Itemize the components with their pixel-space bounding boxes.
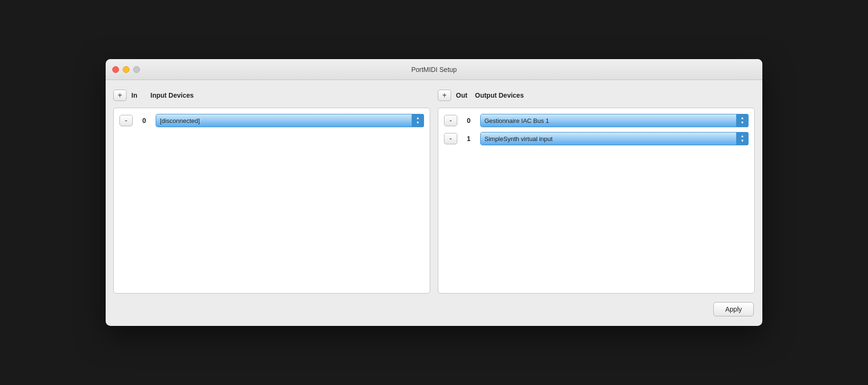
output-device-select-wrapper-1: Gestionnaire IAC Bus 1 SimpleSynth virtu… (480, 132, 749, 145)
output-out-label: Out (456, 91, 470, 99)
window-title: PortMIDI Setup (411, 66, 457, 73)
output-device-number-0: 0 (463, 117, 474, 124)
table-row: - 0 [disconnected] (119, 114, 424, 127)
input-devices-label: Input Devices (150, 91, 194, 99)
window-controls (112, 66, 140, 73)
panels-row: + In Input Devices - 0 [disconnected] (113, 88, 755, 294)
input-panel-header: + In Input Devices (113, 88, 430, 103)
maximize-button[interactable] (133, 66, 140, 73)
input-device-select-0[interactable]: [disconnected] (156, 114, 424, 127)
add-input-button[interactable]: + (113, 90, 127, 101)
remove-output-1-button[interactable]: - (444, 133, 457, 144)
footer-row: Apply (113, 299, 755, 318)
title-bar: PortMIDI Setup (106, 59, 762, 80)
input-panel-body: - 0 [disconnected] (113, 108, 430, 294)
output-devices-label: Output Devices (475, 91, 524, 99)
remove-output-0-button[interactable]: - (444, 115, 457, 126)
portmidi-window: PortMIDI Setup + In Input Devices - 0 (106, 59, 762, 326)
table-row: - 0 Gestionnaire IAC Bus 1 SimpleSynth v… (444, 114, 749, 127)
input-in-label: In (131, 91, 146, 99)
output-device-number-1: 1 (463, 135, 474, 142)
input-device-number-0: 0 (138, 117, 150, 124)
output-panel: + Out Output Devices - 0 Gestionnaire IA… (438, 88, 755, 294)
minimize-button[interactable] (123, 66, 129, 73)
output-device-select-wrapper-0: Gestionnaire IAC Bus 1 SimpleSynth virtu… (480, 114, 749, 127)
input-device-select-wrapper-0: [disconnected] (156, 114, 424, 127)
output-device-select-0[interactable]: Gestionnaire IAC Bus 1 SimpleSynth virtu… (480, 114, 749, 127)
output-panel-header: + Out Output Devices (438, 88, 755, 103)
window-content: + In Input Devices - 0 [disconnected] (106, 80, 762, 326)
output-device-select-1[interactable]: Gestionnaire IAC Bus 1 SimpleSynth virtu… (480, 132, 749, 145)
add-output-button[interactable]: + (438, 90, 451, 101)
remove-input-0-button[interactable]: - (119, 115, 133, 126)
apply-button[interactable]: Apply (713, 302, 754, 316)
table-row: - 1 Gestionnaire IAC Bus 1 SimpleSynth v… (444, 132, 749, 145)
close-button[interactable] (112, 66, 119, 73)
input-panel: + In Input Devices - 0 [disconnected] (113, 88, 430, 294)
output-panel-body: - 0 Gestionnaire IAC Bus 1 SimpleSynth v… (438, 108, 755, 294)
